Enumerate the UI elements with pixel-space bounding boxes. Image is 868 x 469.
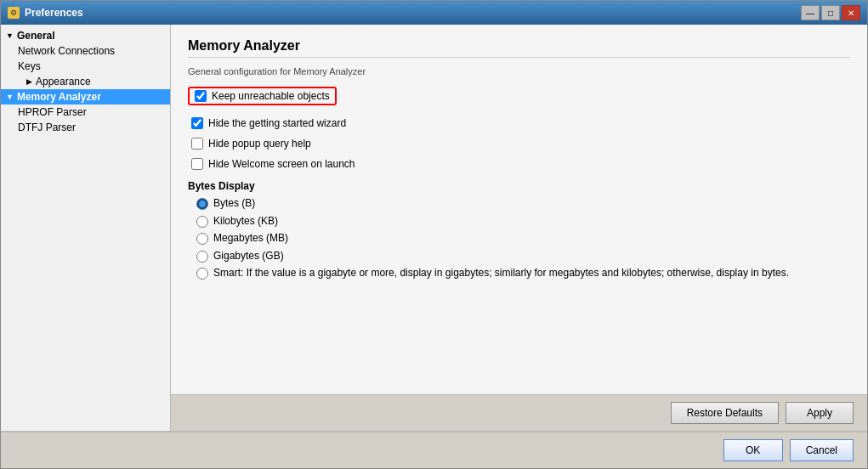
- hide-wizard-checkbox[interactable]: [191, 117, 203, 129]
- kilobytes-radio[interactable]: [196, 216, 208, 228]
- ok-button[interactable]: OK: [723, 439, 783, 461]
- memory-analyzer-triangle: ▼: [6, 93, 14, 101]
- smart-radio-row[interactable]: Smart: If the value is a gigabyte or mor…: [188, 267, 850, 280]
- memory-analyzer-label: Memory Analyzer: [17, 91, 101, 103]
- megabytes-label: Megabytes (MB): [213, 232, 288, 246]
- hide-welcome-label: Hide Welcome screen on launch: [208, 158, 355, 170]
- hide-wizard-label: Hide the getting started wizard: [208, 117, 346, 129]
- hide-welcome-row[interactable]: Hide Welcome screen on launch: [188, 156, 850, 172]
- sidebar-item-appearance[interactable]: ▶ Appearance: [1, 74, 170, 89]
- network-connections-label: Network Connections: [18, 45, 115, 57]
- title-bar-left: ⚙ Preferences: [8, 7, 83, 19]
- gigabytes-radio-row[interactable]: Gigabytes (GB): [188, 250, 850, 263]
- sidebar-item-keys[interactable]: Keys: [1, 59, 170, 74]
- panel-title: Memory Analyzer: [188, 38, 850, 58]
- general-triangle: ▼: [6, 31, 14, 40]
- smart-label: Smart: If the value is a gigabyte or mor…: [213, 267, 789, 280]
- sidebar-item-network-connections[interactable]: Network Connections: [1, 43, 170, 59]
- cancel-button[interactable]: Cancel: [790, 439, 854, 461]
- bottom-action-bar: Restore Defaults Apply: [171, 394, 867, 431]
- sidebar-item-dtfj-parser[interactable]: DTFJ Parser: [1, 120, 170, 135]
- smart-radio[interactable]: [196, 268, 208, 280]
- window-title: Preferences: [25, 7, 83, 19]
- bytes-radio-row[interactable]: Bytes (B): [188, 197, 850, 211]
- hprof-parser-label: HPROF Parser: [18, 106, 87, 118]
- hide-popup-row[interactable]: Hide popup query help: [188, 136, 850, 151]
- hide-welcome-checkbox[interactable]: [191, 158, 203, 170]
- megabytes-radio[interactable]: [196, 233, 208, 245]
- bytes-display-section: Bytes Display Bytes (B) Kilobytes (KB) M…: [188, 180, 850, 280]
- hide-popup-label: Hide popup query help: [208, 138, 311, 150]
- megabytes-radio-row[interactable]: Megabytes (MB): [188, 232, 850, 246]
- kilobytes-label: Kilobytes (KB): [213, 215, 278, 229]
- title-bar: ⚙ Preferences — □ ✕: [1, 1, 867, 25]
- preferences-window: ⚙ Preferences — □ ✕ ▼ General Network Co…: [0, 0, 868, 469]
- maximize-button[interactable]: □: [821, 5, 840, 20]
- sidebar: ▼ General Network Connections Keys ▶ App…: [1, 25, 171, 431]
- hide-wizard-row[interactable]: Hide the getting started wizard: [188, 116, 850, 131]
- dtfj-parser-label: DTFJ Parser: [18, 121, 76, 133]
- sidebar-item-hprof-parser[interactable]: HPROF Parser: [1, 105, 170, 120]
- apply-button[interactable]: Apply: [786, 402, 854, 424]
- main-panel: Memory Analyzer General configuration fo…: [171, 25, 867, 431]
- bytes-radio[interactable]: [196, 198, 208, 210]
- kilobytes-radio-row[interactable]: Kilobytes (KB): [188, 215, 850, 229]
- window-icon: ⚙: [8, 7, 20, 19]
- title-bar-buttons: — □ ✕: [801, 5, 860, 20]
- close-button[interactable]: ✕: [842, 5, 860, 20]
- gigabytes-label: Gigabytes (GB): [213, 250, 284, 263]
- section-description: General configuration for Memory Analyze…: [188, 66, 850, 76]
- appearance-label: Appearance: [36, 76, 91, 88]
- bytes-display-title: Bytes Display: [188, 180, 850, 192]
- restore-defaults-button[interactable]: Restore Defaults: [671, 402, 779, 424]
- main-content: Memory Analyzer General configuration fo…: [171, 25, 867, 394]
- keep-unreachable-label: Keep unreachable objects: [212, 90, 330, 102]
- gigabytes-radio[interactable]: [196, 251, 208, 263]
- hide-popup-checkbox[interactable]: [191, 138, 203, 150]
- keys-label: Keys: [18, 60, 41, 72]
- window-content: ▼ General Network Connections Keys ▶ App…: [1, 25, 867, 431]
- sidebar-item-memory-analyzer[interactable]: ▼ Memory Analyzer: [1, 89, 170, 105]
- minimize-button[interactable]: —: [801, 5, 820, 20]
- general-label: General: [17, 30, 55, 42]
- bytes-label: Bytes (B): [213, 197, 255, 211]
- keep-unreachable-checkbox[interactable]: [195, 90, 207, 102]
- appearance-triangle: ▶: [26, 77, 32, 86]
- sidebar-item-general[interactable]: ▼ General: [1, 28, 170, 43]
- footer-bar: OK Cancel: [1, 431, 867, 468]
- keep-unreachable-row[interactable]: Keep unreachable objects: [188, 87, 337, 105]
